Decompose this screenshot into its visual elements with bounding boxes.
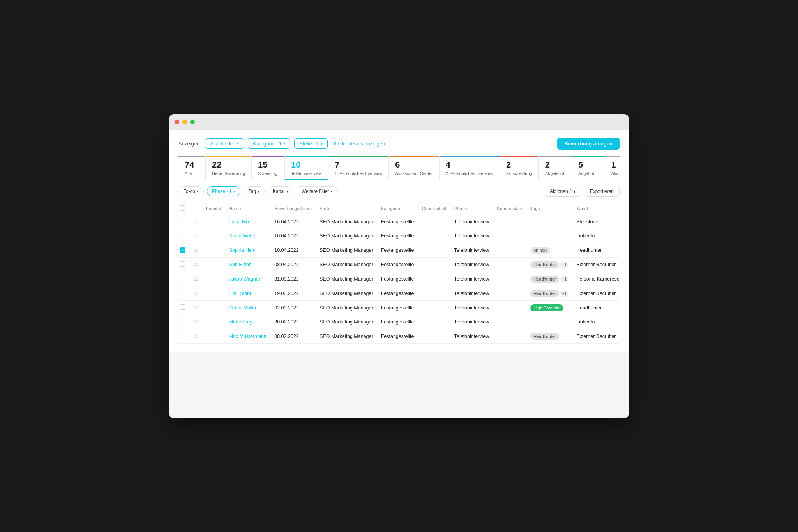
row-folder-cell: 🗂 (189, 243, 202, 257)
row-name[interactable]: Sophie Hein (225, 243, 271, 257)
exportieren-button[interactable]: Exportieren (584, 186, 620, 197)
row-date: 10.04.2022 (270, 229, 316, 243)
phase-tab-1[interactable]: 22Neue Bewerbung (206, 156, 252, 180)
phase-tab-3[interactable]: 10Telefoninterview (285, 156, 328, 180)
row-name[interactable]: Luise Mohr (225, 215, 271, 229)
row-checkbox[interactable] (180, 276, 185, 281)
row-gesellschaft (418, 315, 450, 329)
row-checkbox[interactable] (180, 319, 185, 324)
anzeigen-label: Anzeigen (178, 141, 200, 147)
candidates-table: Priorität Name Bewerbungsdatum Stelle Ka… (178, 202, 620, 344)
row-priority (202, 300, 225, 315)
phase-tab-2[interactable]: 15Screening (252, 156, 285, 180)
alle-stellen-filter[interactable]: Alle Stellen ▾ (205, 138, 244, 149)
row-date: 20.02.2022 (270, 315, 316, 329)
row-checkbox-cell: ✓ (178, 243, 189, 257)
row-folder-cell: 🗂 (189, 300, 202, 315)
row-tags (526, 229, 572, 243)
row-kategorie: Festangestellte (377, 272, 418, 286)
row-checkbox-cell (178, 229, 189, 243)
row-folder-cell: 🗂 (189, 229, 202, 243)
stellendetails-button[interactable]: Stellendetails anzeigen (333, 141, 385, 147)
folder-icon[interactable]: 🗂 (193, 334, 198, 339)
table-row: 🗂Emil Stahl19.03.2022SEO Marketing Manag… (178, 286, 620, 300)
phase-tab-8[interactable]: 2Abgelehnt (539, 156, 572, 180)
row-name[interactable]: Emil Stahl (225, 286, 271, 300)
bewerbung-anlegen-button[interactable]: Bewerbung anlegen (557, 138, 620, 150)
phase-tab-5[interactable]: 6Assessment-Center (389, 156, 440, 180)
todo-filter[interactable]: To-do ▾ (178, 186, 204, 196)
col-kanal: Kanal (572, 202, 620, 215)
chevron-down-icon: ▾ (197, 189, 199, 193)
stelle-filter[interactable]: Stelle · 1 ▾ (294, 138, 328, 149)
row-checkbox[interactable] (180, 304, 185, 310)
chevron-down-icon: ▾ (321, 141, 323, 146)
row-priority (202, 257, 225, 272)
col-checkbox (178, 202, 189, 215)
row-checkbox[interactable] (180, 261, 185, 267)
row-priority (202, 243, 225, 257)
row-tags: Headhunter+1 (526, 286, 572, 300)
folder-icon[interactable]: 🗂 (193, 247, 198, 253)
row-checkbox-cell (178, 315, 189, 329)
row-kategorie: Festangestellte (377, 229, 418, 243)
phase-tab-0[interactable]: 74Alle (178, 156, 206, 180)
row-checkbox[interactable] (180, 233, 185, 238)
row-checkbox-cell (178, 286, 189, 300)
row-phase: Telefoninterview (450, 329, 493, 343)
row-checkbox[interactable] (180, 219, 185, 224)
row-checkbox[interactable] (180, 290, 185, 295)
minimize-button[interactable] (182, 120, 187, 124)
row-tags: Headhunter+1 (526, 257, 572, 272)
folder-icon[interactable]: 🗂 (193, 276, 198, 282)
weitere-filter[interactable]: Weitere Filter ▾ (297, 186, 338, 196)
table-row: 🗂Jakob Wagner31.03.2022SEO Marketing Man… (178, 272, 620, 286)
kategorie-filter[interactable]: Kategorie · 1 ▾ (248, 138, 290, 149)
kanal-filter[interactable]: Kanal ▾ (268, 186, 293, 196)
row-gesellschaft (418, 215, 450, 229)
fullscreen-button[interactable] (190, 120, 195, 124)
tag-badge: Headhunter (530, 261, 559, 268)
folder-icon[interactable]: 🗂 (193, 219, 198, 224)
row-gesellschaft (418, 257, 450, 272)
table-row: 🗂Max Mustermann08.02.2022SEO Marketing M… (178, 329, 620, 343)
row-name[interactable]: Marie Frey (225, 315, 271, 329)
row-checkbox[interactable] (180, 333, 185, 338)
folder-icon[interactable]: 🗂 (193, 233, 198, 239)
phase-tab-9[interactable]: 5Angebot (572, 156, 605, 180)
chevron-down-icon: ▾ (283, 141, 285, 146)
close-button[interactable] (175, 120, 179, 124)
aktionen-button[interactable]: Aktionen (1) (544, 186, 581, 197)
folder-icon[interactable]: 🗂 (193, 262, 198, 267)
row-priority (202, 286, 225, 300)
chevron-down-icon: ▾ (286, 189, 288, 193)
app-window: Anzeigen Alle Stellen ▾ Kategorie · 1 ▾ … (169, 114, 629, 418)
folder-icon[interactable]: 🗂 (193, 319, 198, 325)
folder-icon[interactable]: 🗂 (193, 291, 198, 296)
row-folder-cell: 🗂 (189, 215, 202, 229)
phase-tab-6[interactable]: 42. Persönliches Interview (440, 156, 500, 180)
phase-tab-10[interactable]: 1Aka… (605, 156, 620, 180)
col-kommentare: Kommentare (493, 202, 526, 215)
col-prioritat: Priorität (202, 202, 225, 215)
folder-icon[interactable]: 🗂 (193, 305, 198, 311)
row-name[interactable]: Oskar Müller (225, 300, 271, 315)
row-priority (202, 272, 225, 286)
table-row: 🗂Luise Mohr16.04.2022SEO Marketing Manag… (178, 215, 620, 229)
phase-tab-4[interactable]: 71. Persönliches Interview (328, 156, 389, 180)
row-tags: High Potential (526, 300, 572, 315)
row-name[interactable]: Max Mustermann (225, 329, 271, 343)
select-all-checkbox[interactable] (180, 205, 185, 211)
phase-tab-7[interactable]: 2Entscheidung (500, 156, 539, 180)
row-checkbox[interactable]: ✓ (180, 247, 185, 253)
row-phase: Telefoninterview (450, 286, 493, 300)
row-stelle: SEO Marketing Manager (316, 243, 377, 257)
row-stelle: SEO Marketing Manager (316, 229, 377, 243)
row-name[interactable]: Karl Ritter (225, 257, 271, 272)
row-date: 31.03.2022 (270, 272, 316, 286)
row-gesellschaft (418, 229, 450, 243)
row-name[interactable]: Jakob Wagner (225, 272, 271, 286)
phase-filter[interactable]: Phase · 1 ▾ (207, 186, 240, 196)
tag-filter[interactable]: Tag ▾ (244, 186, 265, 196)
row-name[interactable]: David Weber (225, 229, 271, 243)
